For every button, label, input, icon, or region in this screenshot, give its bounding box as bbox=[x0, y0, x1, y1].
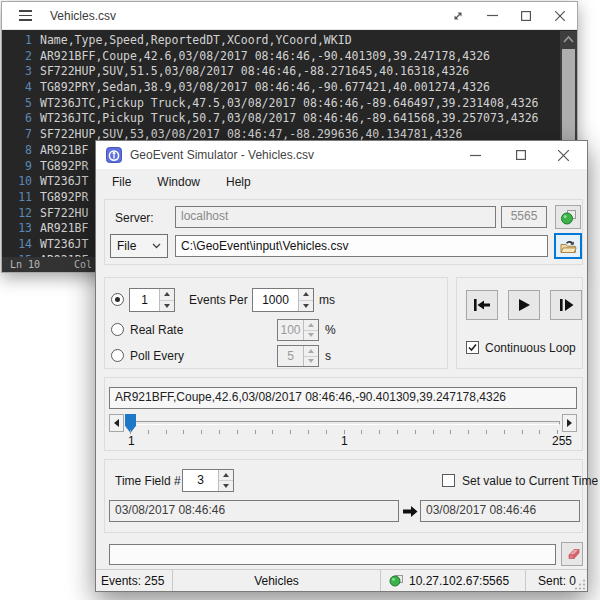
events-per-radio[interactable] bbox=[111, 293, 124, 306]
play-button[interactable] bbox=[508, 290, 540, 320]
menu-window[interactable]: Window bbox=[157, 175, 200, 189]
menu-file[interactable]: File bbox=[112, 175, 131, 189]
connect-button[interactable] bbox=[555, 205, 581, 229]
simulator-window-title: GeoEvent Simulator - Vehicles.csv bbox=[130, 148, 314, 162]
slider-max-label: 255 bbox=[552, 434, 572, 448]
events-count: Events: 255 bbox=[96, 570, 173, 591]
skip-to-start-icon bbox=[473, 298, 491, 312]
browse-button[interactable] bbox=[554, 233, 582, 259]
clear-button[interactable] bbox=[561, 542, 583, 566]
set-current-time-label: Set value to Current Time bbox=[462, 474, 598, 488]
play-icon bbox=[517, 298, 531, 312]
maximize-icon[interactable] bbox=[498, 142, 543, 168]
connection-status-icon bbox=[560, 209, 577, 225]
minimize-icon[interactable] bbox=[475, 3, 509, 29]
csv-line: 3SF722HUP,SUV,51.5,03/08/2017 08:46:46,-… bbox=[2, 64, 577, 80]
poll-every-radio[interactable] bbox=[111, 349, 124, 362]
interval-spinner[interactable]: 1000 bbox=[252, 288, 314, 312]
rate-group: 1 Events Per 1000 ms Real Rate 100 % Pol… bbox=[104, 277, 448, 369]
check-icon bbox=[467, 342, 478, 353]
maximize-icon[interactable] bbox=[509, 3, 543, 29]
current-event-field[interactable]: AR921BFF,Coupe,42.6,03/08/2017 08:46:46,… bbox=[109, 387, 577, 409]
real-rate-unit-label: % bbox=[325, 323, 336, 337]
close-icon[interactable] bbox=[543, 3, 577, 29]
server-label: Server: bbox=[115, 211, 154, 225]
column-indicator: Col bbox=[74, 257, 92, 272]
simulator-window: GeoEvent Simulator - Vehicles.csv File W… bbox=[95, 140, 588, 592]
menu-help[interactable]: Help bbox=[226, 175, 251, 189]
resize-grip[interactable] bbox=[574, 578, 586, 590]
connection-dot-icon bbox=[389, 574, 403, 587]
skip-to-start-button[interactable] bbox=[466, 290, 498, 320]
close-icon[interactable] bbox=[543, 142, 583, 168]
csv-line: 5WT236JTC,Pickup Truck,47.5,03/08/2017 0… bbox=[2, 96, 577, 112]
continuous-loop-label: Continuous Loop bbox=[485, 341, 576, 355]
poll-every-label: Poll Every bbox=[130, 349, 184, 363]
time-field-spinner[interactable]: 3 bbox=[182, 469, 234, 492]
server-port-field[interactable]: 5565 bbox=[501, 206, 547, 228]
geoevent-logo-icon bbox=[106, 147, 122, 163]
playback-group: Continuous Loop bbox=[456, 277, 583, 369]
csv-line: 2AR921BFF,Coupe,42.6,03/08/2017 08:46:46… bbox=[2, 49, 577, 65]
step-forward-icon bbox=[559, 298, 574, 312]
slider-min-label: 1 bbox=[128, 434, 135, 448]
slider-right-arrow[interactable] bbox=[562, 414, 577, 432]
expand-icon[interactable] bbox=[441, 3, 475, 29]
line-indicator: Ln 10 bbox=[10, 257, 40, 272]
continuous-loop-checkbox[interactable] bbox=[466, 341, 479, 354]
menu-icon[interactable] bbox=[19, 10, 32, 21]
poll-spinner: 5 bbox=[277, 345, 319, 367]
set-current-time-checkbox[interactable] bbox=[442, 474, 455, 487]
slider-left-arrow[interactable] bbox=[109, 414, 124, 432]
poll-unit-label: s bbox=[325, 349, 331, 363]
endpoint-address: 10.27.102.67:5565 bbox=[409, 574, 509, 588]
time-to-field[interactable]: 03/08/2017 08:46:46 bbox=[420, 500, 580, 522]
arrow-right-icon bbox=[402, 505, 418, 518]
events-per-label: Events Per bbox=[189, 293, 248, 307]
interval-unit-label: ms bbox=[319, 293, 335, 307]
menubar: File Window Help bbox=[96, 169, 587, 195]
step-button[interactable] bbox=[550, 290, 582, 320]
spin-up-icon[interactable] bbox=[299, 289, 313, 300]
spin-up-icon[interactable] bbox=[160, 289, 174, 300]
spin-down-icon[interactable] bbox=[219, 480, 233, 491]
event-group: AR921BFF,Coupe,42.6,03/08/2017 08:46:46,… bbox=[104, 377, 583, 451]
slider-track[interactable] bbox=[126, 421, 560, 425]
progress-field bbox=[109, 544, 556, 565]
spin-down-icon[interactable] bbox=[160, 300, 174, 312]
real-rate-radio[interactable] bbox=[111, 323, 124, 336]
time-group: Time Field # 3 Set value to Current Time… bbox=[104, 459, 583, 533]
csv-line: 6WT236JTC,Pickup Truck,50.7,03/08/2017 0… bbox=[2, 111, 577, 127]
open-folder-icon bbox=[560, 239, 577, 254]
real-rate-spinner: 100 bbox=[277, 319, 319, 341]
dataset-name: Vehicles bbox=[173, 570, 381, 591]
slider-current-label: 1 bbox=[341, 434, 348, 448]
csv-line: 1Name,Type,Speed,ReportedDT,XCoord,YCoor… bbox=[2, 33, 577, 49]
time-field-label: Time Field # bbox=[115, 474, 181, 488]
editor-titlebar: Vehicles.csv bbox=[2, 2, 577, 30]
spin-up-icon[interactable] bbox=[219, 470, 233, 480]
time-from-field[interactable]: 03/08/2017 08:46:46 bbox=[109, 500, 399, 522]
minimize-icon[interactable] bbox=[453, 142, 498, 168]
chevron-down-icon bbox=[152, 243, 161, 249]
simulator-titlebar: GeoEvent Simulator - Vehicles.csv bbox=[96, 141, 587, 169]
spin-down-icon[interactable] bbox=[299, 300, 313, 312]
status-bar: Events: 255 Vehicles 10.27.102.67:5565 S… bbox=[96, 569, 587, 591]
server-group: Server: localhost 5565 File C:\GeoEvent\… bbox=[104, 199, 583, 265]
event-count-spinner[interactable]: 1 bbox=[129, 288, 175, 312]
scroll-up-icon[interactable] bbox=[560, 33, 577, 47]
source-type-dropdown[interactable]: File bbox=[110, 234, 168, 258]
csv-line: 4TG892PRY,Sedan,38.9,03/08/2017 08:46:46… bbox=[2, 80, 577, 96]
server-host-field[interactable]: localhost bbox=[175, 206, 496, 228]
eraser-icon bbox=[565, 548, 580, 560]
real-rate-label: Real Rate bbox=[130, 323, 183, 337]
file-path-field[interactable]: C:\GeoEvent\input\Vehicles.csv bbox=[175, 235, 548, 257]
editor-window-title: Vehicles.csv bbox=[50, 9, 116, 23]
